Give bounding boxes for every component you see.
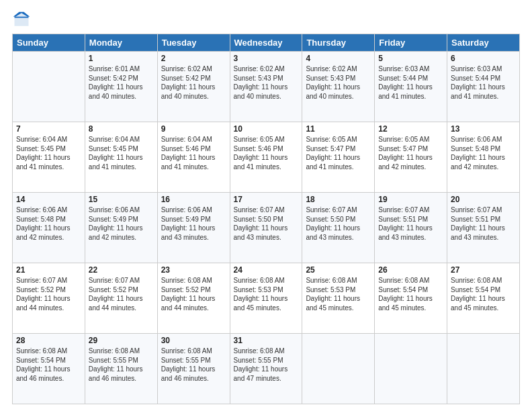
day-info: Sunrise: 6:06 AM Sunset: 5:49 PM Dayligh… (161, 205, 226, 242)
week-row-1: 1Sunrise: 6:01 AM Sunset: 5:42 PM Daylig… (13, 52, 520, 122)
weekday-wednesday: Wednesday (230, 34, 302, 52)
day-info: Sunrise: 6:04 AM Sunset: 5:46 PM Dayligh… (161, 135, 226, 171)
day-info: Sunrise: 6:08 AM Sunset: 5:55 PM Dayligh… (89, 347, 154, 383)
day-number: 5 (378, 54, 443, 63)
day-number: 4 (306, 54, 371, 63)
day-number: 8 (89, 124, 154, 134)
weekday-tuesday: Tuesday (157, 34, 230, 52)
day-info: Sunrise: 6:01 AM Sunset: 5:42 PM Dayligh… (89, 64, 154, 101)
day-info: Sunrise: 6:07 AM Sunset: 5:50 PM Dayligh… (306, 205, 371, 242)
day-cell: 28Sunrise: 6:08 AM Sunset: 5:54 PM Dayli… (13, 334, 85, 404)
day-number: 1 (89, 54, 154, 63)
day-cell (447, 334, 520, 404)
day-cell: 17Sunrise: 6:07 AM Sunset: 5:50 PM Dayli… (230, 193, 302, 263)
day-info: Sunrise: 6:05 AM Sunset: 5:47 PM Dayligh… (378, 135, 443, 171)
day-info: Sunrise: 6:08 AM Sunset: 5:54 PM Dayligh… (451, 276, 516, 312)
day-cell: 21Sunrise: 6:07 AM Sunset: 5:52 PM Dayli… (13, 263, 85, 334)
day-info: Sunrise: 6:04 AM Sunset: 5:45 PM Dayligh… (89, 135, 154, 171)
day-cell: 9Sunrise: 6:04 AM Sunset: 5:46 PM Daylig… (157, 122, 230, 193)
day-number: 12 (378, 124, 443, 134)
day-number: 28 (16, 336, 81, 345)
day-cell: 18Sunrise: 6:07 AM Sunset: 5:50 PM Dayli… (302, 193, 375, 263)
week-row-4: 21Sunrise: 6:07 AM Sunset: 5:52 PM Dayli… (13, 263, 520, 334)
day-number: 26 (378, 265, 443, 275)
day-cell: 20Sunrise: 6:07 AM Sunset: 5:51 PM Dayli… (447, 193, 520, 263)
day-info: Sunrise: 6:06 AM Sunset: 5:49 PM Dayligh… (89, 205, 154, 242)
day-info: Sunrise: 6:05 AM Sunset: 5:47 PM Dayligh… (306, 135, 371, 171)
week-row-3: 14Sunrise: 6:06 AM Sunset: 5:48 PM Dayli… (13, 193, 520, 263)
day-number: 7 (16, 124, 81, 134)
day-info: Sunrise: 6:08 AM Sunset: 5:54 PM Dayligh… (378, 276, 443, 312)
svg-rect-2 (15, 17, 29, 18)
day-cell: 25Sunrise: 6:08 AM Sunset: 5:53 PM Dayli… (302, 263, 375, 334)
day-number: 6 (451, 54, 516, 63)
day-cell: 1Sunrise: 6:01 AM Sunset: 5:42 PM Daylig… (85, 52, 157, 122)
day-number: 13 (451, 124, 516, 134)
day-cell: 19Sunrise: 6:07 AM Sunset: 5:51 PM Dayli… (375, 193, 447, 263)
weekday-thursday: Thursday (302, 34, 375, 52)
day-number: 17 (234, 195, 299, 204)
day-cell: 26Sunrise: 6:08 AM Sunset: 5:54 PM Dayli… (375, 263, 447, 334)
day-cell: 12Sunrise: 6:05 AM Sunset: 5:47 PM Dayli… (375, 122, 447, 193)
day-number: 31 (234, 336, 299, 345)
day-number: 3 (234, 54, 299, 63)
weekday-sunday: Sunday (13, 34, 85, 52)
day-number: 27 (451, 265, 516, 275)
logo-icon (12, 11, 31, 30)
day-info: Sunrise: 6:08 AM Sunset: 5:54 PM Dayligh… (16, 347, 81, 383)
day-cell: 13Sunrise: 6:06 AM Sunset: 5:48 PM Dayli… (447, 122, 520, 193)
day-cell: 31Sunrise: 6:08 AM Sunset: 5:55 PM Dayli… (230, 334, 302, 404)
day-info: Sunrise: 6:08 AM Sunset: 5:55 PM Dayligh… (161, 347, 226, 383)
day-cell: 2Sunrise: 6:02 AM Sunset: 5:42 PM Daylig… (157, 52, 230, 122)
day-number: 14 (16, 195, 81, 204)
day-info: Sunrise: 6:05 AM Sunset: 5:46 PM Dayligh… (234, 135, 299, 171)
day-cell (302, 334, 375, 404)
day-cell: 5Sunrise: 6:03 AM Sunset: 5:44 PM Daylig… (375, 52, 447, 122)
day-info: Sunrise: 6:02 AM Sunset: 5:42 PM Dayligh… (161, 64, 226, 101)
weekday-friday: Friday (375, 34, 447, 52)
day-cell: 27Sunrise: 6:08 AM Sunset: 5:54 PM Dayli… (447, 263, 520, 334)
day-cell: 10Sunrise: 6:05 AM Sunset: 5:46 PM Dayli… (230, 122, 302, 193)
day-number: 9 (161, 124, 226, 134)
day-cell: 7Sunrise: 6:04 AM Sunset: 5:45 PM Daylig… (13, 122, 85, 193)
page: SundayMondayTuesdayWednesdayThursdayFrid… (0, 0, 532, 411)
day-cell: 22Sunrise: 6:07 AM Sunset: 5:52 PM Dayli… (85, 263, 157, 334)
day-info: Sunrise: 6:06 AM Sunset: 5:48 PM Dayligh… (451, 135, 516, 171)
day-info: Sunrise: 6:07 AM Sunset: 5:52 PM Dayligh… (89, 276, 154, 312)
day-number: 24 (234, 265, 299, 275)
day-info: Sunrise: 6:06 AM Sunset: 5:48 PM Dayligh… (16, 205, 81, 242)
weekday-saturday: Saturday (447, 34, 520, 52)
day-cell: 6Sunrise: 6:03 AM Sunset: 5:44 PM Daylig… (447, 52, 520, 122)
day-number: 19 (378, 195, 443, 204)
day-number: 30 (161, 336, 226, 345)
day-info: Sunrise: 6:02 AM Sunset: 5:43 PM Dayligh… (234, 64, 299, 101)
weekday-monday: Monday (85, 34, 157, 52)
weekday-header-row: SundayMondayTuesdayWednesdayThursdayFrid… (13, 34, 520, 52)
day-number: 18 (306, 195, 371, 204)
day-number: 2 (161, 54, 226, 63)
day-cell: 4Sunrise: 6:02 AM Sunset: 5:43 PM Daylig… (302, 52, 375, 122)
day-cell: 30Sunrise: 6:08 AM Sunset: 5:55 PM Dayli… (157, 334, 230, 404)
day-info: Sunrise: 6:07 AM Sunset: 5:52 PM Dayligh… (16, 276, 81, 312)
week-row-2: 7Sunrise: 6:04 AM Sunset: 5:45 PM Daylig… (13, 122, 520, 193)
day-info: Sunrise: 6:08 AM Sunset: 5:53 PM Dayligh… (306, 276, 371, 312)
day-cell: 11Sunrise: 6:05 AM Sunset: 5:47 PM Dayli… (302, 122, 375, 193)
day-info: Sunrise: 6:08 AM Sunset: 5:53 PM Dayligh… (234, 276, 299, 312)
day-number: 20 (451, 195, 516, 204)
day-number: 23 (161, 265, 226, 275)
day-number: 25 (306, 265, 371, 275)
day-number: 29 (89, 336, 154, 345)
day-info: Sunrise: 6:04 AM Sunset: 5:45 PM Dayligh… (16, 135, 81, 171)
day-number: 11 (306, 124, 371, 134)
day-cell: 8Sunrise: 6:04 AM Sunset: 5:45 PM Daylig… (85, 122, 157, 193)
logo (12, 11, 34, 30)
day-info: Sunrise: 6:08 AM Sunset: 5:52 PM Dayligh… (161, 276, 226, 312)
day-cell: 3Sunrise: 6:02 AM Sunset: 5:43 PM Daylig… (230, 52, 302, 122)
day-number: 22 (89, 265, 154, 275)
calendar-table: SundayMondayTuesdayWednesdayThursdayFrid… (12, 34, 520, 404)
day-cell: 14Sunrise: 6:06 AM Sunset: 5:48 PM Dayli… (13, 193, 85, 263)
day-cell: 15Sunrise: 6:06 AM Sunset: 5:49 PM Dayli… (85, 193, 157, 263)
day-info: Sunrise: 6:07 AM Sunset: 5:51 PM Dayligh… (451, 205, 516, 242)
header (12, 11, 520, 30)
day-info: Sunrise: 6:07 AM Sunset: 5:50 PM Dayligh… (234, 205, 299, 242)
